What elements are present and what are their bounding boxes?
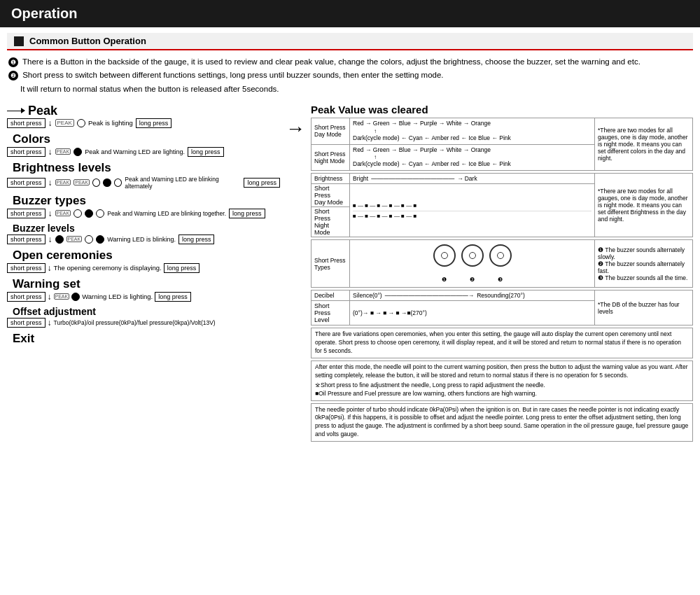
- long-press-warning[interactable]: long press: [155, 292, 191, 302]
- offset-desc: Turbo(0kPa)/oil pressure(0kPa)/fuel pres…: [54, 319, 216, 326]
- warning-body: short press ↓ PEAK Warning LED is lighti…: [7, 292, 280, 302]
- short-press-open[interactable]: short press: [7, 263, 46, 273]
- led-filled-colors: [74, 148, 82, 156]
- brightness-table: Brightness Bright —————————————— → Dark …: [311, 173, 693, 237]
- page-header: Operation: [0, 0, 700, 27]
- section-title-bar: Common Button Operation: [7, 33, 693, 50]
- buzzer-1-item: ❶: [433, 244, 456, 283]
- short-press-offset[interactable]: short press: [7, 318, 46, 328]
- offset-label: Offset adjustment: [13, 306, 280, 317]
- short-press-peak[interactable]: short press: [7, 118, 46, 128]
- short-press-colors[interactable]: short press: [7, 147, 46, 157]
- decibel-label: Decibel: [312, 290, 350, 301]
- long-press-buzzer[interactable]: long press: [229, 209, 265, 218]
- brightness-note: *There are two modes for all gauges, one…: [595, 174, 693, 237]
- offset-body: short press ↓ Turbo(0kPa)/oil pressure(0…: [7, 318, 280, 328]
- page-title: Operation: [11, 6, 77, 21]
- colors-label: Colors: [13, 132, 280, 146]
- buzzer-circle-3: [489, 244, 512, 267]
- buzzer-3-item: ❸: [489, 244, 512, 283]
- night-blocks: ■ — ■ — ■ — ■ — ■ — ■: [353, 213, 416, 219]
- buzzer-circle-1: [433, 244, 456, 267]
- open-desc: The opening ceremony is displaying.: [54, 264, 162, 272]
- left-column: Peak short press ↓ PEAK Peak is lighting…: [7, 104, 280, 444]
- buzzer-note-1: ❶ The buzzer sounds alternately slowly.: [598, 246, 690, 260]
- brightness-header: Brightness Bright —————————————— → Dark …: [312, 174, 693, 184]
- buzzer-inner-2: [469, 252, 476, 259]
- brightness-desc: Peak and Warning LED are blinking altern…: [125, 176, 241, 190]
- decibel-scale-row: Silence(0°) ——————————————→ Resounding(2…: [353, 292, 592, 299]
- short-press-warning[interactable]: short press: [7, 292, 46, 302]
- buzzer-inner-3: [497, 252, 504, 259]
- led-warn-buzzerlv: PEAK: [66, 236, 83, 242]
- buzzer-notes: ❶ The buzzer sounds alternately slowly. …: [595, 240, 693, 288]
- brightness-bars: ■ — ■ — ■ — ■ — ■ — ■ ■ — ■ — ■ — ■ — ■ …: [350, 184, 595, 237]
- section-title: Common Button Operation: [29, 36, 146, 46]
- buzzer-levels-body: short press ↓ PEAK Warning LED is blinki…: [7, 234, 280, 244]
- colors-note: *There are two modes for all gauges, one…: [595, 118, 693, 171]
- buzzer-types-body: short press ↓ PEAK Peak and Warning LED …: [7, 209, 280, 218]
- buzzer-images: ❶ ❷ ❸: [353, 241, 592, 286]
- buzzer-note-2: ❷ The buzzer sounds alternately fast.: [598, 260, 690, 274]
- long-press-colors[interactable]: long press: [188, 147, 224, 157]
- offset-desc-box: The needle pointer of turbo should indic…: [311, 403, 693, 442]
- night-mode-brightness: ■ — ■ — ■ — ■ — ■ — ■: [353, 211, 592, 219]
- colors-night-up-arrow: ↑: [353, 154, 592, 160]
- peak-label: Peak: [28, 104, 57, 118]
- colors-night-label: Short PressNight Mode: [312, 144, 350, 171]
- decibel-table: Decibel Silence(0°) ——————————————→ Reso…: [311, 290, 693, 326]
- offset-row: Offset adjustment short press ↓ Turbo(0k…: [7, 306, 280, 328]
- brightness-body: short press ↓ PEAK PEAK Peak and Warning…: [7, 176, 280, 190]
- intro-bullet2-line2: It will return to normal status when the…: [20, 83, 692, 95]
- long-press-open[interactable]: long press: [164, 263, 200, 273]
- colors-row-day: Short PressDay Mode Red → Green → Blue →…: [312, 118, 693, 144]
- buzzer-circle-2: [461, 244, 484, 267]
- led-filled-warn: [71, 293, 80, 301]
- open-row: Open ceremonies short press ↓ The openin…: [7, 248, 280, 273]
- bullet2-num: ❷: [8, 71, 18, 80]
- brightness-bar: Bright —————————————— → Dark: [353, 175, 592, 182]
- section-icon: [14, 36, 24, 46]
- long-press-peak[interactable]: long press: [136, 118, 172, 128]
- intro-bullet2: ❷ Short press to switch between differen…: [8, 69, 692, 81]
- buzzer-types-row: Buzzer types short press ↓ PEAK Peak and…: [7, 194, 280, 218]
- decibel-sub-scale: (0°)→ ■ → ■ → ■ →■(270°): [350, 301, 595, 326]
- led-open2-buz: [96, 209, 104, 218]
- colors-table: Short PressDay Mode Red → Green → Blue →…: [311, 118, 693, 172]
- led-filled-buzzerlv: [55, 235, 64, 244]
- led-filled-buz: [85, 209, 93, 218]
- center-arrow: →: [286, 104, 305, 444]
- buzzer-types-tr: Short PressTypes ❶: [312, 240, 693, 288]
- led-peak-icon: PEAK: [55, 119, 74, 127]
- warning-desc-box: After enter this mode, the needle will p…: [311, 360, 693, 401]
- long-press-buzzerlv[interactable]: long press: [178, 234, 215, 244]
- exit-label: Exit: [13, 332, 280, 346]
- led-open-buzzerlv: [85, 235, 93, 244]
- main-content: Peak short press ↓ PEAK Peak is lighting…: [0, 99, 700, 448]
- buzzer-num-3: ❸: [489, 276, 512, 283]
- intro-bullet1: ❶ There is a Button in the backside of t…: [8, 56, 692, 68]
- peak-row: Peak short press ↓ PEAK Peak is lighting…: [7, 104, 280, 128]
- buzzer-types-label: Buzzer types: [13, 194, 280, 208]
- led-open-br: [92, 178, 100, 187]
- brightness-short-day: Short PressDay Mode: [312, 184, 349, 207]
- led-open-buz: [74, 209, 82, 218]
- big-right-arrow: →: [286, 118, 305, 140]
- bullet1-num: ❶: [8, 57, 18, 67]
- buzzer-inner-1: [441, 252, 448, 259]
- led-warn-br: PEAK: [74, 179, 90, 186]
- buzzer-types-td-label: Short PressTypes: [312, 240, 350, 288]
- short-press-buzzerlv[interactable]: short press: [7, 234, 46, 244]
- decibel-short-label: Short PressLevel: [312, 301, 350, 326]
- peak-header: Peak: [7, 104, 280, 118]
- open-body: short press ↓ The opening ceremony is di…: [7, 263, 280, 273]
- warning-row: Warning set short press ↓ PEAK Warning L…: [7, 277, 280, 302]
- long-press-brightness[interactable]: long press: [244, 178, 280, 188]
- decibel-resound: Resounding(270°): [477, 292, 525, 299]
- led-warn-warn: PEAK: [54, 293, 70, 300]
- peak-cleared-title: Peak Value was cleared: [311, 104, 693, 115]
- short-press-buzzer[interactable]: short press: [7, 209, 46, 218]
- led-peak-br: PEAK: [55, 179, 71, 186]
- colors-body: short press ↓ PEAK Peak and Warning LED …: [7, 147, 280, 157]
- short-press-brightness[interactable]: short press: [7, 178, 46, 188]
